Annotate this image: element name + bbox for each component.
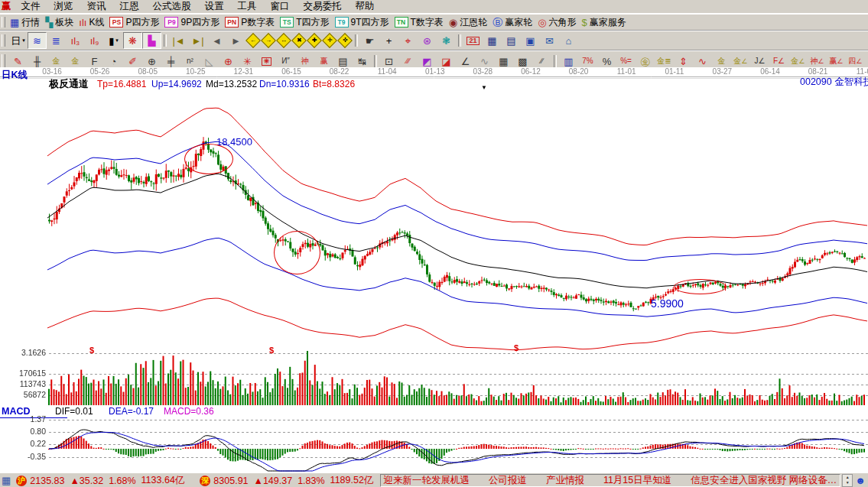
date-tick: 06-15 xyxy=(275,67,308,76)
gann-wheel-button[interactable]: ◉江恩轮 xyxy=(449,16,487,29)
bars-3-button[interactable]: ıl₃ xyxy=(66,32,85,49)
n2-icon: n² xyxy=(187,57,193,65)
pattern-button[interactable]: ❋ xyxy=(123,32,142,49)
menu-help[interactable]: 帮助 xyxy=(349,0,382,13)
trend-chart-button[interactable]: ≋ xyxy=(28,32,47,49)
menu-gann[interactable]: 江恩 xyxy=(113,0,146,13)
menu-news[interactable]: 资讯 xyxy=(80,0,113,13)
notes-button[interactable]: ▤ xyxy=(502,32,521,49)
j-angle-icon: J∠ xyxy=(755,57,766,65)
winner-wheel-button[interactable]: Ⓑ赢家轮 xyxy=(493,16,532,29)
trough-price-annotation: 5.9900 xyxy=(651,298,684,310)
feature-toolbar: ▦行情▚板块ılıK线PSP四方形P99P四方形PNP数字表TST四方形T99T… xyxy=(0,14,868,31)
shift-left-button[interactable]: ← xyxy=(245,33,261,48)
smart-analysis-button[interactable]: ❃ xyxy=(437,32,456,49)
gold-angle-icon: 金∠ xyxy=(733,57,747,65)
mail-icon: ✉ xyxy=(545,36,554,46)
zigzag-icon: ∿ xyxy=(480,57,489,67)
prev-page-button[interactable]: ◄ xyxy=(207,32,226,49)
save-button[interactable]: ▣ xyxy=(521,32,540,49)
9t-square-label: 9T四方形 xyxy=(351,16,389,29)
date-tick: 12-31 xyxy=(226,67,260,76)
ticker-scroll-buttons[interactable]: ▲▼ xyxy=(842,474,853,487)
spiral-icon: ◔ xyxy=(111,57,117,67)
dollar-marker: $ xyxy=(89,346,94,355)
four-angle-icon: 四∠ xyxy=(848,57,862,65)
hand-tool-button[interactable]: ☛ xyxy=(360,32,379,49)
gann-wheel-icon: ◉ xyxy=(449,18,457,28)
p-number-badge-icon: PN xyxy=(225,17,239,28)
macd-axis-label: 0.80 xyxy=(3,427,46,437)
shift-right-icon: → xyxy=(261,33,276,48)
expand-button[interactable]: ✚ xyxy=(307,33,322,48)
period-daily-icon: 日 xyxy=(11,36,21,46)
p-number-label: P数字表 xyxy=(241,16,275,29)
calendar-button[interactable]: 21 xyxy=(463,32,483,49)
expand-horizontal-button[interactable]: ↔ xyxy=(276,33,291,48)
hexagon-button[interactable]: ◎六角形 xyxy=(538,16,576,29)
zoom-in-button[interactable]: ✛ xyxy=(322,33,337,48)
sectors-button[interactable]: ▚板块 xyxy=(45,16,73,29)
9t-square-button[interactable]: T99T四方形 xyxy=(335,16,389,29)
customer-service-icon[interactable]: ☻ xyxy=(855,475,866,486)
last-page-button[interactable]: ►| xyxy=(188,32,207,49)
shen-gauge-icon: 神 xyxy=(301,57,309,65)
info-panel-button[interactable]: ≣ xyxy=(47,32,66,49)
sh-index: 2135.83 xyxy=(30,476,64,486)
market-grid-icon[interactable]: ▦ xyxy=(2,475,11,486)
next-page-button[interactable]: ► xyxy=(226,32,245,49)
quotes-button[interactable]: ▦行情 xyxy=(10,16,40,29)
toolbar-grip xyxy=(2,17,5,28)
f-angle-icon: F∠ xyxy=(773,57,785,65)
menu-file[interactable]: 文件 xyxy=(15,0,47,13)
menu-settings[interactable]: 设置 xyxy=(198,0,231,13)
date-tick: 11-01 xyxy=(610,67,643,76)
menu-stock-picker[interactable]: 公式选股 xyxy=(146,0,198,13)
first-page-button[interactable]: |◄ xyxy=(169,32,188,49)
indicator-name: 极反通道 xyxy=(49,79,89,89)
news-ticker[interactable]: 迎来新一轮发展机遇 公司报道 产业情报 11月15日早知道 信息安全进入国家视野… xyxy=(380,474,840,487)
remote-service-icon: ⌂ xyxy=(566,36,572,46)
t-number-button[interactable]: TNT数字表 xyxy=(395,16,444,29)
menu-window[interactable]: 窗口 xyxy=(264,0,297,13)
kline-label: K线 xyxy=(89,16,104,29)
ruler-123-icon: ▤ xyxy=(338,57,347,67)
mail-button[interactable]: ✉ xyxy=(540,32,559,49)
9p-square-button[interactable]: P99P四方形 xyxy=(164,16,219,29)
gold-levels-icon: 金≣ xyxy=(657,57,671,65)
calendar-icon: 21 xyxy=(467,37,479,45)
measure-button[interactable]: ⌖ xyxy=(398,32,418,49)
winner-service-button[interactable]: $赢家服务 xyxy=(582,16,626,29)
p-square-button[interactable]: PSP四方形 xyxy=(109,16,159,29)
candle-style-icon: ▮ xyxy=(109,36,114,46)
color-histogram-button[interactable]: ▙ xyxy=(142,32,161,49)
bars-3-icon: ıl₃ xyxy=(71,36,80,46)
zoom-out-button[interactable]: ✜ xyxy=(337,33,353,48)
menu-browse[interactable]: 浏览 xyxy=(47,0,80,13)
gann-shape-button[interactable]: ⊛ xyxy=(418,32,437,49)
shanghai-badge-icon: 沪 xyxy=(16,476,27,486)
menu-items: 文件浏览资讯江恩公式选股设置工具窗口交易委托帮助 xyxy=(15,0,382,13)
calculator-button[interactable]: ▦ xyxy=(483,32,502,49)
period-daily-button[interactable]: 日▾ xyxy=(8,32,28,49)
candle-style-button[interactable]: ▮▾ xyxy=(104,32,123,49)
percent-icon: % xyxy=(603,57,612,67)
menu-trading[interactable]: 交易委托 xyxy=(297,0,349,13)
p-number-button[interactable]: PNP数字表 xyxy=(225,16,275,29)
date-tick: 06-12 xyxy=(514,67,548,76)
fan-box-icon: ◩ xyxy=(422,57,431,67)
compress-button[interactable]: ✖ xyxy=(291,33,307,48)
t-square-button[interactable]: TST四方形 xyxy=(280,16,329,29)
kline-button[interactable]: ılıK线 xyxy=(79,16,104,29)
menu-tools[interactable]: 工具 xyxy=(231,0,264,13)
remote-service-button[interactable]: ⌂ xyxy=(559,32,578,49)
dropdown-arrow-icon: ▾ xyxy=(115,37,119,44)
bars-9-button[interactable]: ıl₉ xyxy=(85,32,104,49)
expand-icon: ✚ xyxy=(307,33,322,48)
shift-right-button[interactable]: → xyxy=(261,33,276,48)
stock-symbol[interactable]: 002090 金智科技 xyxy=(800,77,868,88)
crosshair-button[interactable]: + xyxy=(379,32,398,49)
dollar-marker: $ xyxy=(269,346,274,355)
crosshair-icon: + xyxy=(386,36,392,46)
t-number-label: T数字表 xyxy=(411,16,444,29)
